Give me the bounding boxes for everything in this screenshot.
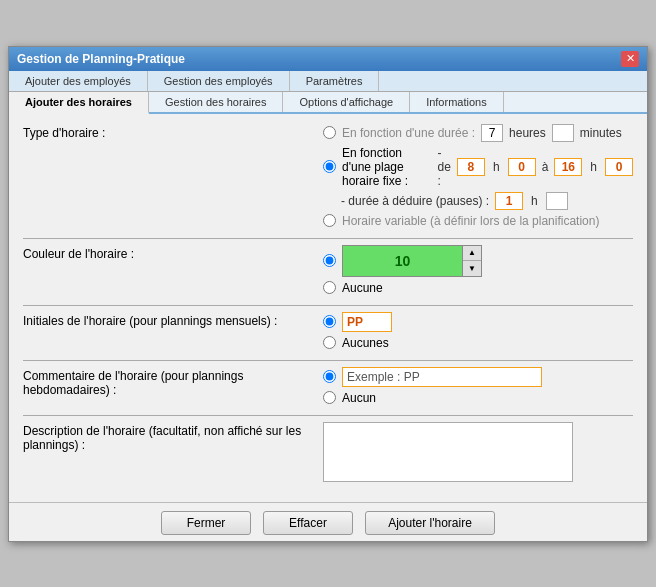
initiales-radio[interactable] — [323, 315, 336, 328]
minutes-label: minutes — [580, 126, 622, 140]
aucune-row: Aucune — [323, 281, 633, 295]
tab-parametres[interactable]: Paramètres — [290, 71, 380, 91]
tab-gestion-horaires[interactable]: Gestion des horaires — [149, 92, 284, 112]
divider4 — [23, 415, 633, 416]
initiales-label: Initiales de l'horaire (pour plannings m… — [23, 312, 323, 328]
aucunes-row: Aucunes — [323, 336, 633, 350]
type-horaire-controls: En fonction d'une durée : heures minutes… — [323, 124, 633, 228]
tab-informations[interactable]: Informations — [410, 92, 504, 112]
tab-options-affichage[interactable]: Options d'affichage — [283, 92, 410, 112]
duree-input[interactable] — [495, 192, 523, 210]
tabs-row1: Ajouter des employés Gestion des employé… — [9, 71, 647, 92]
duree-label: - durée à déduire (pauses) : — [341, 194, 489, 208]
to-min-input[interactable] — [605, 158, 633, 176]
aucun-label: Aucun — [342, 391, 376, 405]
a-label: à — [542, 160, 549, 174]
option2-row: En fonction d'une plage horaire fixe : -… — [323, 146, 633, 188]
divider3 — [23, 360, 633, 361]
option2-label: En fonction d'une plage horaire fixe : — [342, 146, 432, 188]
couleur-section: Couleur de l'horaire : 10 ▲ ▼ Aucune — [23, 245, 633, 295]
tab-ajouter-employes[interactable]: Ajouter des employés — [9, 71, 148, 91]
option1-radio[interactable] — [323, 126, 336, 139]
couleur-label: Couleur de l'horaire : — [23, 245, 323, 261]
effacer-button[interactable]: Effacer — [263, 511, 353, 535]
initiales-input[interactable] — [342, 312, 392, 332]
commentaire-controls: Aucun — [323, 367, 633, 405]
aucune-radio[interactable] — [323, 281, 336, 294]
description-label: Description de l'horaire (facultatif, no… — [23, 422, 323, 452]
initiales-controls: Aucunes — [323, 312, 633, 350]
tab-ajouter-horaires[interactable]: Ajouter des horaires — [9, 92, 149, 114]
aucune-label: Aucune — [342, 281, 383, 295]
to-hours-input[interactable] — [554, 158, 582, 176]
buttons-row: Fermer Effacer Ajouter l'horaire — [9, 502, 647, 541]
color-display: 10 — [343, 246, 463, 276]
initiales-value-row — [323, 312, 633, 332]
spinner-up[interactable]: ▲ — [463, 246, 481, 262]
initiales-section: Initiales de l'horaire (pour plannings m… — [23, 312, 633, 350]
option3-row: Horaire variable (à définir lors de la p… — [323, 214, 633, 228]
commentaire-label: Commentaire de l'horaire (pour plannings… — [23, 367, 323, 397]
commentaire-input[interactable] — [342, 367, 542, 387]
commentaire-value-row — [323, 367, 633, 387]
heures-label: heures — [509, 126, 546, 140]
color-spinner: 10 ▲ ▼ — [342, 245, 482, 277]
spinner-down[interactable]: ▼ — [463, 261, 481, 276]
commentaire-radio[interactable] — [323, 370, 336, 383]
commentaire-section: Commentaire de l'horaire (pour plannings… — [23, 367, 633, 405]
aucunes-label: Aucunes — [342, 336, 389, 350]
title-bar: Gestion de Planning-Pratique ✕ — [9, 47, 647, 71]
couleur-value-row: 10 ▲ ▼ — [323, 245, 633, 277]
option3-label: Horaire variable (à définir lors de la p… — [342, 214, 599, 228]
content-area: Type d'horaire : En fonction d'une durée… — [9, 114, 647, 502]
fermer-button[interactable]: Fermer — [161, 511, 251, 535]
aucunes-radio[interactable] — [323, 336, 336, 349]
from-min-input[interactable] — [508, 158, 536, 176]
duree-min-input[interactable] — [546, 192, 568, 210]
type-horaire-label: Type d'horaire : — [23, 124, 323, 140]
couleur-controls: 10 ▲ ▼ Aucune — [323, 245, 633, 295]
ajouter-button[interactable]: Ajouter l'horaire — [365, 511, 495, 535]
from-hours-input[interactable] — [457, 158, 485, 176]
description-controls — [323, 422, 633, 482]
option2-radio[interactable] — [323, 160, 336, 173]
aucun-row: Aucun — [323, 391, 633, 405]
couleur-radio[interactable] — [323, 254, 336, 267]
option1-row: En fonction d'une durée : heures minutes — [323, 124, 633, 142]
close-button[interactable]: ✕ — [621, 51, 639, 67]
divider2 — [23, 305, 633, 306]
de-label: - de : — [438, 146, 451, 188]
description-textarea[interactable] — [323, 422, 573, 482]
heures-input[interactable] — [481, 124, 503, 142]
minutes-input[interactable] — [552, 124, 574, 142]
spinner-buttons: ▲ ▼ — [463, 246, 481, 276]
divider1 — [23, 238, 633, 239]
description-section: Description de l'horaire (facultatif, no… — [23, 422, 633, 482]
type-horaire-section: Type d'horaire : En fonction d'une durée… — [23, 124, 633, 228]
aucun-radio[interactable] — [323, 391, 336, 404]
tabs-row2: Ajouter des horaires Gestion des horaire… — [9, 92, 647, 114]
option1-label: En fonction d'une durée : — [342, 126, 475, 140]
main-window: Gestion de Planning-Pratique ✕ Ajouter d… — [8, 46, 648, 542]
window-title: Gestion de Planning-Pratique — [17, 52, 185, 66]
duree-row: - durée à déduire (pauses) : h — [323, 192, 633, 210]
option3-radio[interactable] — [323, 214, 336, 227]
tab-gestion-employes[interactable]: Gestion des employés — [148, 71, 290, 91]
